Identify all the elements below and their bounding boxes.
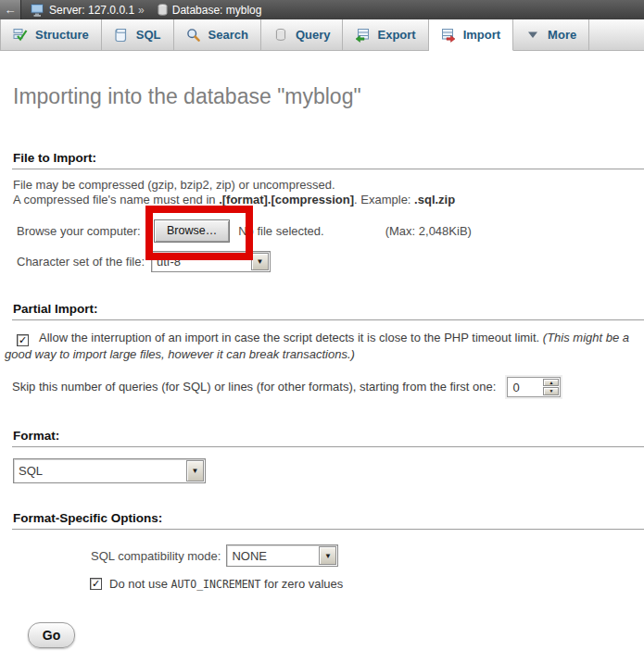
charset-row: Character set of the file: utf-8 ▼: [0, 251, 644, 272]
tab-bar: Structure SQL Search Query Export Import: [0, 19, 644, 51]
database-icon: [158, 4, 168, 16]
format-specific-options-heading: Format-Specific Options:: [12, 511, 644, 530]
number-spinner: ▲ ▼: [543, 379, 559, 395]
go-row: Go: [0, 622, 644, 648]
tab-label: Query: [296, 28, 331, 42]
tab-label: Structure: [35, 28, 89, 42]
allow-interruption-checkbox[interactable]: ✓: [17, 334, 29, 346]
charset-selected-value: utf-8: [152, 255, 181, 269]
spinner-down-button[interactable]: ▼: [543, 387, 559, 395]
tab-label: Import: [463, 28, 500, 42]
query-database-icon: [273, 28, 288, 43]
skip-queries-label: Skip this number of queries (for SQL) or…: [12, 380, 496, 394]
go-button[interactable]: Go: [28, 622, 75, 648]
spinner-up-button[interactable]: ▲: [543, 379, 559, 387]
tab-label: SQL: [136, 28, 161, 42]
format-selected-value: SQL: [14, 464, 43, 478]
check-icon: ✓: [19, 335, 27, 345]
skip-queries-input[interactable]: 0 ▲ ▼: [507, 377, 561, 397]
auto-increment-label: Do not use AUTO_INCREMENT for zero value…: [109, 577, 343, 591]
structure-icon: [13, 28, 28, 43]
tab-structure[interactable]: Structure: [0, 19, 102, 50]
breadcrumb-bar: ← Server: 127.0.0.1 » Database: myblog: [0, 0, 644, 19]
sql-icon: [114, 28, 129, 43]
tab-query[interactable]: Query: [261, 19, 344, 50]
import-page: Importing into the database "myblog" Fil…: [0, 84, 644, 648]
no-file-selected-text: No file selected.: [238, 224, 324, 238]
export-icon: [355, 28, 370, 43]
import-icon: [441, 28, 456, 43]
help-line-2: A compressed file's name must end in .[f…: [13, 193, 631, 207]
allow-interruption-label: ✓Allow the interruption of an import in …: [0, 330, 644, 362]
file-to-import-heading: File to Import:: [12, 151, 644, 169]
partial-import-heading: Partial Import:: [12, 302, 644, 320]
tab-strip-filler: [589, 19, 644, 50]
dropdown-arrow-icon: ▼: [186, 460, 204, 482]
sql-compatibility-row: SQL compatibility mode: NONE ▼: [0, 544, 644, 567]
charset-select[interactable]: utf-8 ▼: [151, 251, 271, 272]
chevron-down-icon: [525, 28, 540, 43]
tab-label: More: [548, 28, 576, 42]
browse-label: Browse your computer:: [17, 224, 154, 238]
skip-queries-row: Skip this number of queries (for SQL) or…: [0, 376, 644, 397]
back-button[interactable]: ←: [0, 0, 21, 19]
auto-increment-row: ✓ Do not use AUTO_INCREMENT for zero val…: [0, 577, 644, 590]
breadcrumb-separator: »: [138, 4, 145, 17]
breadcrumb-server[interactable]: Server: 127.0.0.1: [49, 4, 134, 17]
format-select[interactable]: SQL ▼: [13, 458, 206, 483]
page-title: Importing into the database "myblog": [13, 84, 644, 109]
file-compression-help: File may be compressed (gzip, bzip2, zip…: [13, 178, 631, 207]
charset-label: Character set of the file:: [17, 255, 151, 269]
max-size-text: (Max: 2,048KiB): [385, 224, 472, 238]
sql-compatibility-label: SQL compatibility mode:: [91, 549, 221, 563]
search-icon: [186, 28, 201, 43]
tab-import[interactable]: Import: [429, 19, 513, 51]
skip-queries-value: 0: [508, 378, 519, 396]
tab-export[interactable]: Export: [343, 19, 428, 50]
check-icon: ✓: [92, 579, 100, 589]
browse-button[interactable]: Browse…: [154, 219, 230, 243]
tab-search[interactable]: Search: [174, 19, 261, 50]
sql-compatibility-select[interactable]: NONE ▼: [226, 544, 338, 567]
dropdown-arrow-icon: ▼: [319, 546, 336, 565]
format-heading: Format:: [12, 429, 644, 447]
tab-more[interactable]: More: [513, 19, 589, 50]
auto-increment-checkbox[interactable]: ✓: [90, 578, 102, 590]
sql-compatibility-value: NONE: [227, 549, 267, 563]
help-line-1: File may be compressed (gzip, bzip2, zip…: [13, 178, 631, 193]
tab-sql[interactable]: SQL: [102, 19, 174, 50]
server-icon: [31, 4, 44, 17]
breadcrumb-database[interactable]: Database: myblog: [172, 4, 262, 17]
dropdown-arrow-icon: ▼: [251, 253, 269, 270]
tab-label: Export: [377, 28, 415, 42]
browse-row: Browse your computer: Browse… No file se…: [0, 219, 644, 243]
tab-label: Search: [208, 28, 248, 42]
arrow-left-icon: ←: [5, 3, 17, 17]
